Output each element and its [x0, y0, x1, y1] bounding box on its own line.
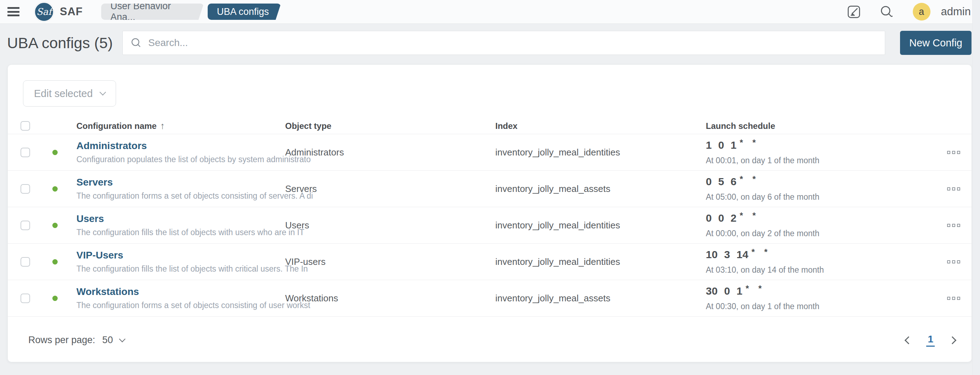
config-description: The configuration fills the list of obje… — [76, 228, 321, 237]
tab-label: UBA configs — [217, 6, 269, 18]
sort-ascending-icon: ↑ — [160, 120, 165, 131]
rows-per-page-select[interactable]: Rows per page: 50 — [28, 335, 124, 346]
avatar-letter: a — [919, 6, 924, 18]
config-description: Configuration populates the list of obje… — [76, 155, 321, 164]
menu-icon[interactable] — [8, 7, 19, 16]
column-object-type[interactable]: Object type — [285, 121, 495, 131]
status-dot — [52, 186, 58, 191]
launch-schedule-cell: 0 5 6* * At 05:00, on day 6 of the month — [706, 176, 927, 202]
page-number[interactable]: 1 — [926, 334, 935, 347]
launch-schedule-cell: 10 3 14* * At 03:10, on day 14 of the mo… — [706, 249, 927, 275]
search-icon — [130, 37, 143, 49]
rows-per-page-label: Rows per page: — [28, 335, 95, 346]
page-title: UBA configs (5) — [7, 34, 123, 52]
next-page-icon[interactable] — [948, 336, 957, 344]
brand-name: SAF — [60, 5, 83, 18]
config-name-link[interactable]: Servers — [76, 177, 113, 188]
table-row: Workstations The configuration forms a s… — [8, 280, 972, 317]
status-dot — [52, 223, 58, 228]
row-checkbox[interactable] — [21, 148, 30, 157]
scrollbar-gutter — [972, 0, 980, 375]
chevron-down-icon — [99, 89, 106, 95]
table-row: Administrators Configuration populates t… — [8, 134, 972, 171]
config-name-link[interactable]: Administrators — [76, 140, 147, 152]
config-description: The configuration fills the list of obje… — [76, 264, 321, 274]
row-actions-menu-icon[interactable] — [927, 148, 961, 157]
index-cell: inventory_jolly_meal_identities — [495, 256, 706, 267]
status-dot — [52, 296, 58, 301]
row-checkbox[interactable] — [21, 220, 30, 230]
compose-icon[interactable] — [846, 4, 862, 19]
table-row: VIP-Users The configuration fills the li… — [8, 244, 972, 280]
rows-per-page-value: 50 — [102, 335, 113, 346]
tab-label: User Behavior Ana... — [110, 1, 192, 23]
row-actions-menu-icon[interactable] — [927, 221, 961, 230]
row-checkbox[interactable] — [21, 184, 30, 194]
top-bar: Saf SAF User Behavior Ana... UBA configs… — [0, 0, 980, 24]
status-dot — [52, 150, 58, 155]
edit-selected-button[interactable]: Edit selected — [23, 80, 116, 107]
object-type-cell: Users — [285, 220, 495, 231]
object-type-cell: VIP-users — [285, 256, 495, 267]
table-row: Users The configuration fills the list o… — [8, 207, 972, 244]
launch-schedule-cell: 1 0 1* * At 00:01, on day 1 of the month — [706, 139, 927, 165]
previous-page-icon[interactable] — [905, 336, 913, 344]
app-logo[interactable]: Saf — [34, 2, 54, 22]
config-description: The configuration forms a set of objects… — [76, 191, 321, 201]
row-actions-menu-icon[interactable] — [927, 257, 961, 266]
table-header: Configuration name↑ Object type Index La… — [8, 118, 972, 134]
row-actions-menu-icon[interactable] — [927, 185, 961, 193]
tab-user-behavior-analysis[interactable]: User Behavior Ana... — [101, 3, 204, 20]
launch-schedule-cell: 0 0 2* * At 00:00, on day 2 of the month — [706, 212, 927, 238]
status-dot — [52, 259, 58, 265]
page-header: UBA configs (5) New Config — [0, 24, 980, 61]
index-cell: inventory_jolly_meal_assets — [495, 184, 706, 195]
object-type-cell: Workstations — [285, 293, 495, 304]
pagination: 1 — [906, 334, 955, 347]
object-type-cell: Administrators — [285, 147, 495, 158]
config-description: The configuration forms a set of objects… — [76, 301, 321, 310]
select-all-checkbox[interactable] — [21, 121, 30, 131]
new-config-button[interactable]: New Config — [900, 31, 972, 55]
config-name-link[interactable]: Users — [76, 213, 104, 225]
table-footer: Rows per page: 50 1 — [8, 317, 972, 364]
username: admin — [941, 5, 971, 18]
avatar[interactable]: a — [913, 3, 931, 21]
search-bar[interactable] — [123, 31, 885, 55]
index-cell: inventory_jolly_meal_identities — [495, 147, 706, 158]
config-name-link[interactable]: Workstations — [76, 286, 139, 297]
row-checkbox[interactable] — [21, 257, 30, 266]
config-name-link[interactable]: VIP-Users — [76, 250, 123, 261]
table-body: Administrators Configuration populates t… — [8, 134, 972, 317]
launch-schedule-cell: 30 0 1* * At 00:30, on day 1 of the mont… — [706, 285, 927, 311]
app-logo-text: Saf — [37, 6, 52, 17]
column-launch-schedule[interactable]: Launch schedule — [706, 121, 927, 131]
row-actions-menu-icon[interactable] — [927, 294, 961, 303]
column-index[interactable]: Index — [495, 121, 706, 131]
object-type-cell: Servers — [285, 184, 495, 195]
edit-selected-label: Edit selected — [34, 88, 93, 99]
index-cell: inventory_jolly_meal_assets — [495, 293, 706, 304]
search-input[interactable] — [148, 37, 878, 48]
table-row: Servers The configuration forms a set of… — [8, 171, 972, 207]
tab-uba-configs[interactable]: UBA configs — [208, 3, 281, 20]
column-configuration-name[interactable]: Configuration name↑ — [76, 120, 285, 131]
chevron-down-icon — [119, 336, 125, 342]
row-checkbox[interactable] — [21, 294, 30, 303]
index-cell: inventory_jolly_meal_identities — [495, 220, 706, 231]
search-icon[interactable] — [879, 4, 894, 19]
configs-panel: Edit selected Configuration name↑ Object… — [8, 65, 972, 362]
